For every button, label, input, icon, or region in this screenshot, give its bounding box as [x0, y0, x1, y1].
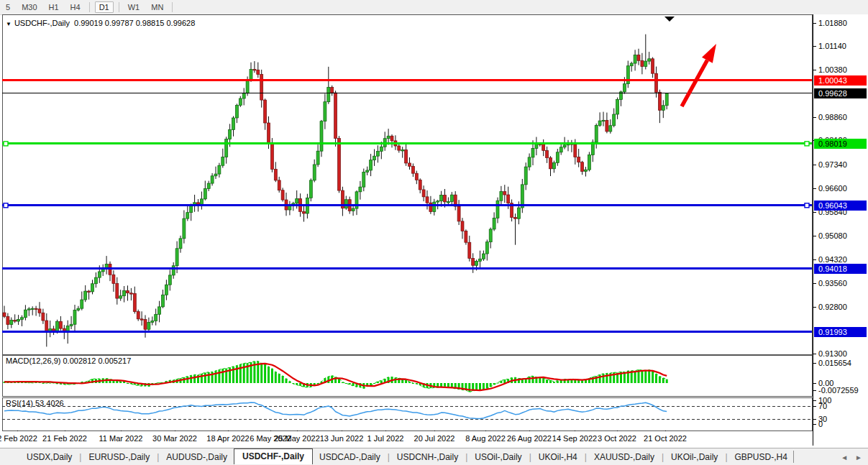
tab-eurusd-daily[interactable]: EURUSD-,Daily: [82, 451, 156, 464]
tab-usdcad-daily[interactable]: USDCAD-,Daily: [313, 451, 387, 464]
price-axis-tick-label: 1.00380: [818, 65, 847, 74]
price-axis-tickmark: [813, 70, 816, 70]
price-axis-tick-label: 0.91300: [818, 349, 847, 358]
date-label: 21 Feb 2022: [42, 434, 87, 443]
price-line-badge: 0.98019: [814, 139, 867, 149]
price-axis-tick-label: 0.93560: [818, 279, 847, 287]
hline-handle[interactable]: [4, 203, 8, 208]
chart-quote-values: 0.99019 0.99787 0.98815 0.99628: [74, 19, 195, 27]
tab-usdcnh-daily[interactable]: USDCNH-,Daily: [390, 451, 465, 464]
date-label: 11 Mar 2022: [99, 434, 143, 443]
hline-handle[interactable]: [805, 203, 809, 208]
chart-canvas[interactable]: [0, 0, 813, 447]
date-label: 3 Oct 2022: [598, 434, 636, 443]
price-axis-tick-label: 0.97340: [818, 160, 847, 169]
rsi-axis-tickmark: [813, 406, 816, 407]
macd-values: 0.002812 0.005217: [63, 356, 131, 365]
price-axis-tickmark: [813, 259, 816, 260]
price-axis-tick-label: 0.92800: [818, 303, 847, 311]
tab-scroll-right-icon[interactable]: ►: [855, 454, 862, 461]
price-axis-tickmark: [813, 117, 816, 118]
hline-handle[interactable]: [805, 142, 809, 146]
date-label: 21 Oct 2022: [644, 434, 687, 443]
tab-gbpusd-h4[interactable]: GBPUSD-,H4: [728, 451, 794, 464]
tab-ukoil-daily[interactable]: UKOil-,Daily: [664, 451, 724, 464]
macd-indicator-label: MACD(12,26,9) 0.002812 0.005217: [6, 356, 131, 365]
tab-audusd-daily[interactable]: AUDUSD-,Daily: [160, 451, 234, 464]
date-label: 13 Jun 2022: [320, 434, 364, 443]
chart-title: ▼USDCHF-,Daily 0.99019 0.99787 0.98815 0…: [6, 19, 195, 27]
tab-scroll-left-icon[interactable]: ◄: [841, 454, 848, 461]
trend-arrow-drawing[interactable]: [682, 44, 716, 106]
date-label: 25 May 2022: [274, 434, 320, 443]
macd-axis-tickmark: [813, 363, 816, 364]
date-label: 8 Aug 2022: [465, 434, 506, 443]
macd-axis-tickmark: [813, 383, 816, 384]
chart-dropdown-icon[interactable]: ▼: [6, 21, 12, 27]
price-axis-tick-label: 0.94320: [818, 255, 847, 264]
price-axis-tick-label: 0.98860: [818, 113, 847, 121]
macd-main-line: [4, 362, 667, 392]
price-axis-tickmark: [813, 46, 816, 47]
chart-tab-bar: USDX,Daily|EURUSD-,Daily|AUDUSD-,DailyUS…: [0, 448, 868, 465]
date-label: 18 Apr 2022: [206, 434, 249, 443]
rsi-indicator-label: RSI(14) 53.4026: [6, 399, 64, 408]
rsi-axis-tickmark: [813, 419, 816, 420]
rsi-axis-label: 0: [818, 420, 823, 428]
rsi-line: [4, 402, 667, 419]
current-price-badge: 0.99628: [814, 88, 867, 98]
rsi-name: RSI(14): [6, 399, 33, 408]
last-bar-marker-icon: [664, 17, 675, 22]
price-axis[interactable]: 1.018801.011401.003800.988600.981200.973…: [813, 14, 868, 446]
macd-axis-label: 0.015654: [818, 359, 851, 367]
tab-usoil-daily[interactable]: USOil-,Daily: [468, 451, 528, 464]
price-axis-tick-label: 0.96600: [818, 184, 847, 193]
price-axis-tickmark: [813, 23, 816, 24]
price-line-badge: 0.94018: [814, 264, 867, 274]
price-axis-tickmark: [813, 236, 816, 236]
price-line-badge: 0.96043: [814, 201, 867, 211]
pane-frame-2: [2, 397, 812, 431]
price-axis-tickmark: [813, 188, 816, 189]
date-label: 20 Jul 2022: [414, 434, 455, 443]
macd-axis-label: -0.0072559: [818, 386, 859, 395]
date-label: 26 Aug 2022: [507, 434, 552, 443]
price-axis-tick-label: 0.95080: [818, 231, 847, 240]
date-axis[interactable]: 2 Feb 202221 Feb 202211 Mar 202230 Mar 2…: [0, 431, 813, 447]
macd-axis-tickmark: [813, 390, 816, 391]
macd-histogram: [4, 362, 668, 392]
tabbar-separator: [793, 451, 794, 463]
hline-handle[interactable]: [4, 142, 8, 146]
macd-name: MACD(12,26,9): [6, 356, 60, 365]
rsi-axis-tickmark: [813, 400, 816, 401]
price-axis-tick-label: 1.01140: [818, 42, 846, 50]
date-label: 30 Mar 2022: [152, 434, 197, 443]
tab-usdx-daily[interactable]: USDX,Daily: [20, 451, 78, 464]
price-axis-tickmark: [813, 354, 816, 354]
price-axis-tickmark: [813, 307, 816, 308]
rsi-axis-label: 70: [818, 402, 827, 410]
tab-scrollers: ◄►: [841, 448, 862, 465]
price-line-badge: 0.91993: [814, 327, 867, 337]
price-axis-tickmark: [813, 283, 816, 284]
chart-symbol-label: USDCHF-,Daily: [14, 19, 70, 27]
price-axis-tickmark: [813, 212, 816, 213]
price-axis-tick-label: 1.01880: [818, 19, 847, 27]
rsi-axis-tickmark: [813, 424, 816, 425]
pane-frame-0: [2, 14, 812, 354]
tab-ukoil-h4[interactable]: UKOil-,H4: [532, 451, 584, 464]
trading-terminal-window: { "toolbar": { "timeframes": ["5", "M30"…: [0, 0, 868, 465]
tab-usdchf-daily[interactable]: USDCHF-,Daily: [234, 448, 313, 464]
date-label: 2 Feb 2022: [0, 434, 37, 443]
price-line-badge: 1.00043: [814, 75, 867, 86]
tab-xauusd-daily[interactable]: XAUUSD-,Daily: [588, 451, 661, 464]
date-label: 1 Jul 2022: [367, 434, 404, 443]
price-axis-tickmark: [813, 165, 816, 165]
date-label: 14 Sep 2022: [552, 434, 597, 443]
rsi-value: 53.4026: [35, 399, 64, 408]
